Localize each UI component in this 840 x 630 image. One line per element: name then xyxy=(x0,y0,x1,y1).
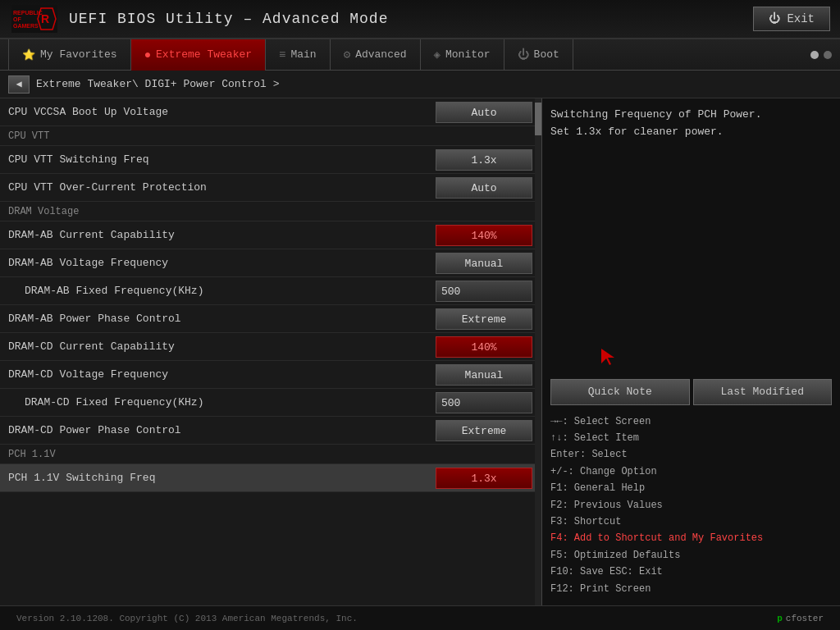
scrollbar[interactable] xyxy=(535,98,541,605)
setting-pch-switching-freq: PCH 1.1V Switching Freq 1.3x xyxy=(0,464,541,492)
pcfoster-text: cfoster xyxy=(786,614,824,623)
setting-dram-cd-current: DRAM-CD Current Capability 140% xyxy=(0,333,541,361)
value-btn[interactable]: Extreme xyxy=(436,308,532,330)
svg-text:OF: OF xyxy=(13,16,21,22)
section-cpu-vtt: CPU VTT xyxy=(0,126,541,146)
shortcut-enter: Enter: Select xyxy=(550,446,832,463)
setting-value[interactable]: 500 xyxy=(435,392,533,413)
footer-logo: p cfoster xyxy=(777,614,824,623)
star-icon: ⭐ xyxy=(22,48,35,62)
value-btn[interactable]: 500 xyxy=(436,392,532,413)
nav-dot-2 xyxy=(824,51,832,59)
shortcut-change-option: +/-: Change Option xyxy=(550,463,832,480)
setting-label: CPU VCCSA Boot Up Voltage xyxy=(8,106,435,118)
shortcut-select-item: ↑↓: Select Item xyxy=(550,430,832,446)
tweaker-icon: ● xyxy=(144,48,151,62)
setting-value[interactable]: 140% xyxy=(435,336,533,358)
boot-icon: ⏻ xyxy=(518,48,529,62)
settings-list: CPU VCCSA Boot Up Voltage Auto CPU VTT C… xyxy=(0,98,541,605)
setting-label: DRAM-AB Power Phase Control xyxy=(8,313,435,325)
setting-label: DRAM-AB Fixed Frequency(KHz) xyxy=(8,285,435,297)
setting-label: DRAM-AB Voltage Frequency xyxy=(8,257,435,269)
right-panel: Switching Frequency of PCH Power. Set 1.… xyxy=(541,98,840,605)
setting-dram-ab-current: DRAM-AB Current Capability 140% xyxy=(0,221,541,249)
setting-value[interactable]: 1.3x xyxy=(435,149,533,171)
rog-logo: REPUBLIC OF GAMERS R xyxy=(10,4,59,34)
value-btn[interactable]: Manual xyxy=(436,364,532,386)
footer: Version 2.10.1208. Copyright (C) 2013 Am… xyxy=(0,605,840,630)
section-label: CPU VTT xyxy=(8,130,533,142)
setting-value[interactable]: Auto xyxy=(435,177,533,199)
info-text: Switching Frequency of PCH Power. Set 1.… xyxy=(550,107,832,331)
setting-value[interactable]: Manual xyxy=(435,253,533,274)
quick-note-button[interactable]: Quick Note xyxy=(550,379,690,405)
shortcut-f10: F10: Save ESC: Exit xyxy=(550,564,832,580)
value-btn[interactable]: 500 xyxy=(436,281,532,302)
setting-value[interactable]: 140% xyxy=(435,225,533,246)
main-icon: ≡ xyxy=(279,48,285,62)
setting-label: DRAM-AB Current Capability xyxy=(8,229,435,241)
setting-label: DRAM-CD Power Phase Control xyxy=(8,424,435,436)
setting-dram-cd-fixed-freq: DRAM-CD Fixed Frequency(KHz) 500 xyxy=(0,389,541,417)
value-btn[interactable]: 140% xyxy=(436,225,532,246)
nav-dot-1 xyxy=(810,51,819,59)
value-btn[interactable]: 1.3x xyxy=(436,468,532,489)
monitor-icon: ◈ xyxy=(434,48,441,62)
value-btn[interactable]: 1.3x xyxy=(436,149,532,171)
setting-value[interactable]: 1.3x xyxy=(435,468,533,489)
back-button[interactable]: ◀ xyxy=(8,75,30,94)
setting-value[interactable]: Manual xyxy=(435,364,533,386)
shortcut-f12: F12: Print Screen xyxy=(550,581,832,597)
value-btn[interactable]: Extreme xyxy=(436,420,532,441)
value-btn[interactable]: Auto xyxy=(436,177,532,199)
main-content: CPU VCCSA Boot Up Voltage Auto CPU VTT C… xyxy=(0,98,840,605)
setting-value[interactable]: Auto xyxy=(435,102,533,123)
section-dram-voltage: DRAM Voltage xyxy=(0,202,541,221)
setting-cpu-vtt-freq: CPU VTT Switching Freq 1.3x xyxy=(0,146,541,174)
setting-cpu-vccsa: CPU VCCSA Boot Up Voltage Auto xyxy=(0,98,541,126)
shortcut-select-screen: →←: Select Screen xyxy=(550,413,832,430)
setting-value[interactable]: Extreme xyxy=(435,308,533,330)
shortcut-f2: F2: Previous Values xyxy=(550,497,832,514)
header: REPUBLIC OF GAMERS R UEFI BIOS Utility –… xyxy=(0,0,840,39)
left-panel: CPU VCCSA Boot Up Voltage Auto CPU VTT C… xyxy=(0,98,541,605)
breadcrumb-bar: ◀ Extreme Tweaker\ DIGI+ Power Control > xyxy=(0,71,840,98)
tab-main[interactable]: ≡ Main xyxy=(266,39,331,71)
setting-dram-ab-volt-freq: DRAM-AB Voltage Frequency Manual xyxy=(0,249,541,277)
section-label: PCH 1.1V xyxy=(8,449,533,460)
setting-value[interactable]: Extreme xyxy=(435,420,533,441)
advanced-icon: ⚙ xyxy=(344,48,350,62)
tab-extreme-tweaker[interactable]: ● Extreme Tweaker xyxy=(131,39,266,71)
tab-advanced[interactable]: ⚙ Advanced xyxy=(331,39,421,71)
svg-marker-6 xyxy=(601,349,614,365)
setting-label: DRAM-CD Current Capability xyxy=(8,340,435,353)
setting-label: DRAM-CD Fixed Frequency(KHz) xyxy=(8,396,435,409)
value-btn[interactable]: Manual xyxy=(436,253,532,274)
footer-version-text: Version 2.10.1208. Copyright (C) 2013 Am… xyxy=(16,614,358,623)
setting-label: CPU VTT Over-Current Protection xyxy=(8,181,435,194)
breadcrumb: Extreme Tweaker\ DIGI+ Power Control > xyxy=(36,78,279,90)
setting-label: PCH 1.1V Switching Freq xyxy=(8,472,435,484)
setting-value[interactable]: 500 xyxy=(435,281,533,302)
shortcut-f3: F3: Shortcut xyxy=(550,514,832,530)
setting-dram-cd-phase: DRAM-CD Power Phase Control Extreme xyxy=(0,417,541,445)
section-label: DRAM Voltage xyxy=(8,206,533,217)
pcfoster-icon: p xyxy=(777,614,783,623)
action-buttons: Quick Note Last Modified xyxy=(550,379,832,405)
tab-boot[interactable]: ⏻ Boot xyxy=(504,39,573,71)
svg-text:R: R xyxy=(41,12,49,25)
power-icon: ⏻ xyxy=(769,12,780,25)
setting-cpu-vtt-ocp: CPU VTT Over-Current Protection Auto xyxy=(0,174,541,202)
shortcut-f4: F4: Add to Shortcut and My Favorites xyxy=(550,530,832,546)
last-modified-button[interactable]: Last Modified xyxy=(693,379,833,405)
setting-label: CPU VTT Switching Freq xyxy=(8,153,435,166)
shortcuts: →←: Select Screen ↑↓: Select Item Enter:… xyxy=(550,413,832,597)
nav-dots xyxy=(810,51,832,59)
value-btn[interactable]: 140% xyxy=(436,336,532,358)
value-btn[interactable]: Auto xyxy=(436,102,532,123)
scrollbar-thumb[interactable] xyxy=(535,103,541,135)
tab-my-favorites[interactable]: ⭐ My Favorites xyxy=(8,39,131,71)
tab-monitor[interactable]: ◈ Monitor xyxy=(421,39,504,71)
setting-label: DRAM-CD Voltage Frequency xyxy=(8,368,435,381)
exit-button[interactable]: ⏻ Exit xyxy=(753,7,830,31)
